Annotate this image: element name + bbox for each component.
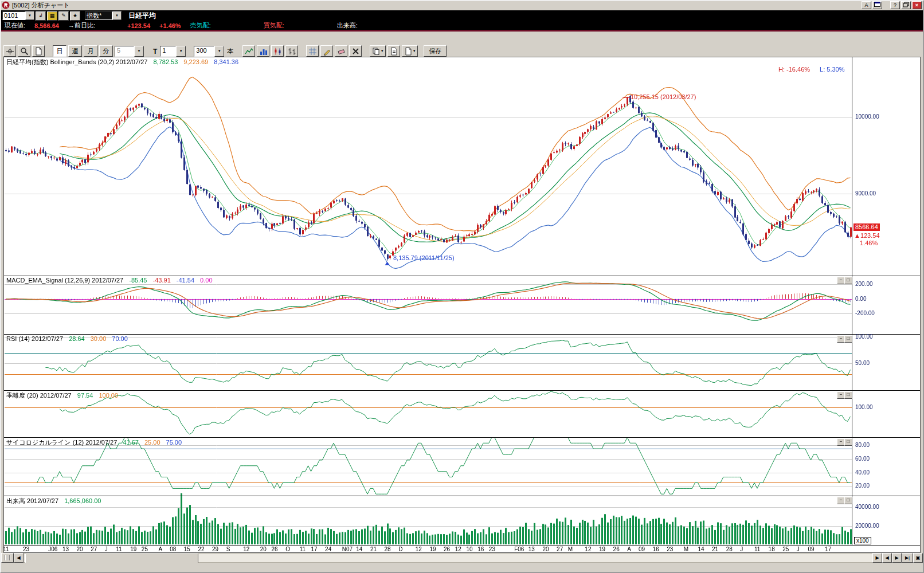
bid-label: 買気配: [264,21,284,30]
new-chart-button[interactable] [32,45,45,57]
grid-icon [308,47,317,56]
period-minute-button[interactable]: 分 [99,45,113,57]
t-label: T [152,48,158,57]
market-category-select[interactable]: 指数* ▼ [85,11,122,20]
interval-value[interactable]: 1 [160,46,176,57]
period-weekly-button[interactable]: 週 [68,45,82,57]
page-icon [34,47,43,56]
current-price-value: 8,566.64 [34,22,59,29]
clear-drawings-button[interactable] [349,45,362,57]
help-button[interactable]: ? [890,1,900,9]
current-price-label: 現在値: [5,21,25,30]
title-bar: [5002] 分析チャート A ? × [0,0,924,10]
chevron-down-icon[interactable]: ▼ [176,46,186,57]
eraser-icon [337,47,346,56]
period-daily-button[interactable]: 日 [53,45,66,57]
scrollbar-thumb[interactable] [25,554,198,563]
symbol-name: 日経平均 [128,11,156,21]
zoom-icon [20,47,29,56]
panel-minimize-button[interactable]: − [837,497,845,504]
chevron-down-icon: ▼ [381,49,384,53]
period-monthly-button[interactable]: 月 [84,45,97,57]
window-title: [5002] 分析チャート [12,1,69,10]
page-icon [390,47,398,56]
bar-chart-icon [259,47,268,56]
scroll-left-button[interactable]: ◀ [14,553,24,563]
price-board-button[interactable]: ▦ [47,11,57,21]
chart-toolbar: 日 週 月 分 5 ▼ T 1 ▼ 300 ▼ 本 ▼ [0,32,924,58]
pencil-button[interactable] [320,45,333,57]
interval-select[interactable]: 1 ▼ [160,46,186,57]
change-pct-value: +1.46% [159,22,181,29]
copy-chart-button[interactable]: ▼ [370,45,386,57]
splitter-grip[interactable] [1,553,14,563]
ask-label: 売気配: [190,21,211,30]
stock-code-input[interactable]: 0101 ▼ [2,11,34,20]
chevron-down-icon: ▼ [413,49,416,53]
panel-minimize-button[interactable]: − [837,438,845,446]
chevron-down-icon[interactable]: ▼ [25,11,34,20]
change-label: →前日比: [68,21,95,30]
candle-chart-button[interactable] [271,45,284,57]
chart-region: 日経平均(指数) Bollinger_Bands (20,2) 2012/07/… [3,57,921,553]
bars-unit-label: 本 [226,47,234,57]
chevron-down-icon[interactable]: ▼ [134,46,144,57]
save-button[interactable]: 保存 [424,45,447,57]
chevron-down-icon[interactable]: ▼ [112,11,122,20]
window-list-button[interactable] [872,1,882,9]
restore-button[interactable] [901,1,911,9]
panel-restore-button[interactable]: □ [844,438,852,446]
page-icon [404,47,413,56]
scroll-right-button[interactable]: ▶ [872,553,882,563]
pencil-icon [323,47,331,56]
panel-minimize-button[interactable]: − [837,335,845,343]
minute-value[interactable]: 5 [115,46,134,57]
horizontal-scrollbar: ◀ ▶ ◀ ▶ ▶| ▣ [1,553,923,563]
chart-edit-button[interactable]: ✎ [58,11,69,21]
bars-select[interactable]: 300 ▼ [194,46,224,57]
chart-canvas[interactable] [3,57,921,553]
chart-forward-button[interactable]: ▶ [892,553,902,563]
ohlc-chart-button[interactable] [285,45,298,57]
crosshair-icon [6,47,14,56]
bottom-strip [0,563,924,573]
panel-restore-button[interactable]: □ [844,391,852,399]
change-value: +123.54 [127,22,150,29]
zoom-button[interactable] [18,45,30,57]
candle-chart-icon [273,47,282,56]
quote-bar: 現在値: 8,566.64 →前日比: +123.54 +1.46% 売気配: … [0,21,924,30]
layout-button[interactable]: ▼ [402,45,418,57]
eraser-button[interactable] [335,45,347,57]
market-category-value[interactable]: 指数* [85,11,112,20]
chart-back-button[interactable]: ◀ [882,553,892,563]
volume-label: 出来高: [337,21,358,30]
line-chart-button[interactable] [242,45,255,57]
minute-select[interactable]: 5 ▼ [115,46,144,57]
register-list-button[interactable]: ★ [70,11,80,21]
stock-code-value[interactable]: 0101 [2,11,25,20]
line-chart-icon [245,47,253,56]
scrollbar-track[interactable] [24,553,872,563]
symbol-toolbar: 0101 ▼ ↲ ▦ ✎ ★ 指数* ▼ 日経平均 [0,10,924,21]
bars-value[interactable]: 300 [194,46,214,57]
capture-button[interactable] [387,45,400,57]
annotation-a-button[interactable]: A [862,1,871,9]
x-icon [351,47,360,56]
app-logo-icon [2,1,10,9]
fit-chart-button[interactable]: ▣ [913,553,923,563]
go-latest-button[interactable]: ▶| [902,553,913,563]
panel-restore-button[interactable]: □ [844,277,852,284]
chevron-down-icon[interactable]: ▼ [214,46,224,57]
panel-minimize-button[interactable]: − [837,277,845,284]
code-confirm-button[interactable]: ↲ [36,11,46,21]
panel-minimize-button[interactable]: − [837,391,845,399]
close-button[interactable]: × [912,1,922,9]
grid-button[interactable] [306,45,319,57]
ohlc-chart-icon [288,47,296,56]
panel-restore-button[interactable]: □ [844,335,852,343]
copy-icon [372,47,381,56]
panel-restore-button[interactable]: □ [844,497,852,504]
crosshair-button[interactable] [3,45,16,57]
bar-chart-button[interactable] [257,45,269,57]
